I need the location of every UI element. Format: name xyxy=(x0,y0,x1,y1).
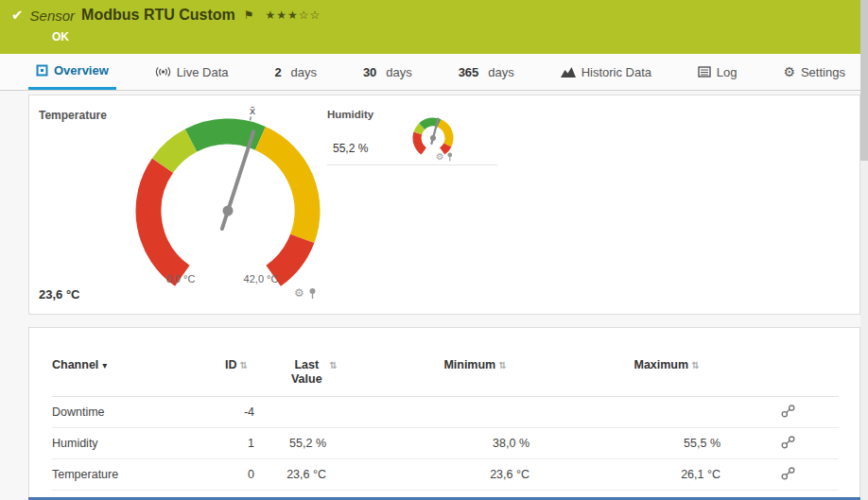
sort-icon[interactable]: ⇅ xyxy=(329,360,337,371)
chevron-down-icon[interactable]: ▾ xyxy=(102,360,107,371)
column-label: Channel xyxy=(52,358,98,371)
channel-table: Channel▾ ID⇅ Last Value⇅ Minimum⇅ Maximu… xyxy=(52,354,839,491)
sensor-kind-label: Sensor xyxy=(30,8,76,24)
svg-text:x̄: x̄ xyxy=(250,105,256,117)
column-header-id[interactable]: ID⇅ xyxy=(194,354,260,397)
sort-icon[interactable]: ⇅ xyxy=(498,360,506,371)
column-header-last-value[interactable]: Last Value⇅ xyxy=(260,354,345,397)
channel-id: -4 xyxy=(194,397,260,428)
channel-id: 0 xyxy=(194,459,260,491)
sort-icon[interactable]: ⇅ xyxy=(691,360,699,371)
tab-label: Log xyxy=(717,65,738,79)
gauge-pin-icon[interactable] xyxy=(446,151,453,161)
tab-label: Live Data xyxy=(177,65,229,79)
sensor-status-badge: OK xyxy=(52,30,868,43)
channel-last-value xyxy=(260,397,345,428)
tab-settings[interactable]: ⚙ Settings xyxy=(775,54,853,90)
channel-maximum xyxy=(548,397,738,428)
channel-settings-icon[interactable] xyxy=(781,467,795,483)
channel-settings-icon[interactable] xyxy=(781,405,795,421)
tab-number: 365 xyxy=(459,65,479,79)
humidity-gauge-title: Humidity xyxy=(327,109,373,120)
temperature-scale-min: 0,0 °C xyxy=(141,273,220,284)
column-label: Last Value xyxy=(286,358,326,387)
tab-live-data[interactable]: Live Data xyxy=(148,54,236,90)
status-check-icon: ✔ xyxy=(11,7,24,24)
channel-table-panel: Channel▾ ID⇅ Last Value⇅ Minimum⇅ Maximu… xyxy=(28,327,860,497)
tab-label: Overview xyxy=(54,63,109,78)
column-label: ID xyxy=(225,358,237,371)
tab-label: days xyxy=(291,65,317,79)
log-icon xyxy=(698,66,711,78)
tab-365-days[interactable]: 365 days xyxy=(451,54,522,90)
tab-label: days xyxy=(386,65,411,79)
channel-name: Downtime xyxy=(52,397,194,428)
tab-number: 30 xyxy=(363,65,376,79)
temperature-current-value: 23,6 °C xyxy=(39,287,80,302)
overview-icon xyxy=(36,64,48,77)
tab-historic-data[interactable]: Historic Data xyxy=(553,54,659,90)
humidity-current-value: 55,2 % xyxy=(333,142,368,155)
tab-2-days[interactable]: 2 days xyxy=(267,54,324,90)
settings-gear-icon: ⚙ xyxy=(783,64,795,79)
column-header-maximum[interactable]: Maximum⇅ xyxy=(548,354,738,397)
tab-number: 2 xyxy=(274,65,281,79)
temperature-gauge: x̄ xyxy=(124,105,332,292)
column-header-minimum[interactable]: Minimum⇅ xyxy=(345,354,548,397)
channel-table-body: Downtime -4 Humidity 1 55,2 % 38,0 % 55,… xyxy=(52,397,839,491)
channel-maximum: 26,1 °C xyxy=(548,459,738,491)
table-row[interactable]: Humidity 1 55,2 % 38,0 % 55,5 % xyxy=(52,428,839,459)
temperature-scale-max: 42,0 °C xyxy=(221,273,301,284)
scrollbar-thumb[interactable] xyxy=(860,0,868,161)
tab-label: Settings xyxy=(801,65,845,79)
column-label: Minimum xyxy=(443,358,495,371)
sort-icon[interactable]: ⇅ xyxy=(240,360,248,371)
gauges-panel: Temperature x̄ 23,6 °C 0,0 °C 42,0 °C ⚙ … xyxy=(28,95,860,315)
table-row[interactable]: Downtime -4 xyxy=(52,397,839,428)
column-header-channel[interactable]: Channel▾ xyxy=(52,354,194,397)
sensor-name: Modbus RTU Custom xyxy=(81,7,235,24)
channel-settings-icon[interactable] xyxy=(781,436,795,452)
channel-minimum: 23,6 °C xyxy=(345,459,548,491)
temperature-gauge-title: Temperature xyxy=(39,109,107,122)
channel-minimum xyxy=(345,397,548,428)
channel-name: Temperature xyxy=(52,459,194,491)
tab-label: days xyxy=(488,65,513,79)
column-label: Maximum xyxy=(634,358,688,371)
channel-last-value: 55,2 % xyxy=(260,428,345,459)
channel-minimum: 38,0 % xyxy=(345,428,548,459)
column-header-actions xyxy=(738,354,839,397)
tab-label: Historic Data xyxy=(582,65,651,79)
gauge-pin-icon[interactable] xyxy=(308,287,317,300)
priority-flag-icon[interactable]: ⚑ xyxy=(244,9,254,22)
historic-data-icon xyxy=(561,66,576,78)
gauge-settings-icon[interactable]: ⚙ xyxy=(294,286,304,300)
channel-id: 1 xyxy=(194,428,260,459)
tab-overview[interactable]: Overview xyxy=(28,54,116,90)
table-row[interactable]: Temperature 0 23,6 °C 23,6 °C 26,1 °C xyxy=(52,459,839,491)
channel-last-value: 23,6 °C xyxy=(260,459,345,491)
live-data-icon xyxy=(155,66,171,78)
tab-log[interactable]: Log xyxy=(690,54,745,90)
channel-maximum: 55,5 % xyxy=(548,428,738,459)
scrollbar[interactable] xyxy=(860,0,868,500)
sensor-header: ✔ Sensor Modbus RTU Custom ⚑ ★★★☆☆ OK xyxy=(0,0,868,54)
gauge-settings-icon[interactable]: ⚙ xyxy=(436,151,444,162)
channel-name: Humidity xyxy=(52,428,194,459)
humidity-gauge-block: Humidity 55,2 % ⚙ xyxy=(327,107,497,165)
priority-stars-rating[interactable]: ★★★☆☆ xyxy=(266,9,321,22)
tab-bar: Overview Live Data 2 days 30 days 365 da… xyxy=(0,54,868,91)
tab-30-days[interactable]: 30 days xyxy=(356,54,420,90)
